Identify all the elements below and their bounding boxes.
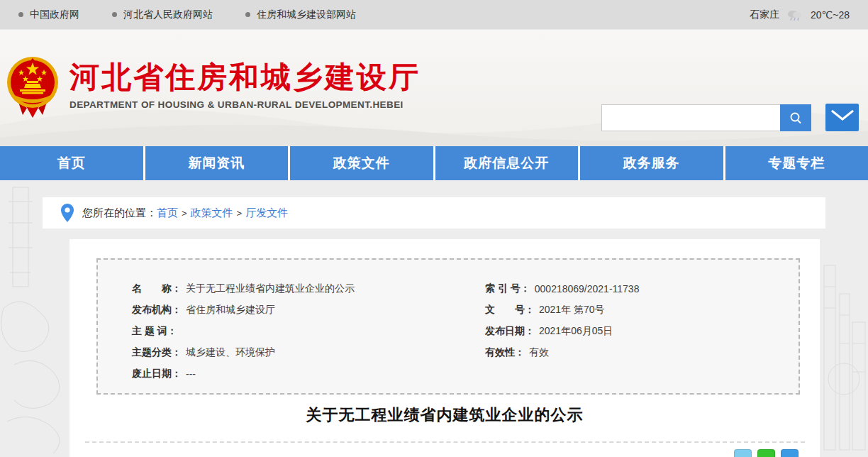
breadcrumb-home[interactable]: 首页 bbox=[157, 207, 178, 220]
national-emblem-icon bbox=[6, 53, 60, 121]
rain-cloud-icon bbox=[786, 9, 803, 21]
meta-label: 发布机构： bbox=[132, 304, 182, 316]
bullet-icon bbox=[112, 12, 117, 17]
top-utility-bar: 中国政府网 河北省人民政府网站 住房和城乡建设部网站 石家庄 20℃~28 bbox=[0, 0, 868, 30]
nav-policy-documents[interactable]: 政策文件 bbox=[290, 146, 433, 180]
document-card: 名 称： 关于无工程业绩省内建筑业企业的公示 发布机构： 省住房和城乡建设厅 主… bbox=[69, 239, 820, 457]
meta-label: 主题分类： bbox=[132, 346, 182, 359]
search-area bbox=[601, 104, 859, 131]
bullet-icon bbox=[18, 12, 23, 17]
meta-value: --- bbox=[186, 368, 196, 380]
nav-gov-info-disclosure[interactable]: 政府信息公开 bbox=[435, 146, 579, 180]
meta-label: 有效性： bbox=[485, 346, 525, 359]
brand: 河北省住房和城乡建设厅 DEPARTMENT OF HOUSING & URBA… bbox=[6, 53, 421, 121]
meta-row-subject-category: 主题分类： 城乡建设、环境保护 bbox=[132, 342, 485, 363]
search-input[interactable] bbox=[601, 104, 780, 131]
meta-label: 索 引 号： bbox=[485, 282, 530, 295]
nav-news[interactable]: 新闻资讯 bbox=[145, 146, 289, 180]
breadcrumb-separator: > bbox=[237, 208, 243, 219]
meta-value: 省住房和城乡建设厅 bbox=[186, 304, 275, 316]
meta-label: 废止日期： bbox=[132, 368, 182, 380]
divider bbox=[85, 441, 805, 443]
weather-temperature: 20℃~28 bbox=[811, 9, 850, 21]
bullet-icon bbox=[245, 12, 250, 17]
meta-label: 文 号： bbox=[485, 304, 535, 316]
topbar-links: 中国政府网 河北省人民政府网站 住房和城乡建设部网站 bbox=[18, 9, 356, 21]
breadcrumb-separator: > bbox=[182, 208, 187, 219]
meta-value: 2021年 第70号 bbox=[539, 304, 605, 316]
meta-column-left: 名 称： 关于无工程业绩省内建筑业企业的公示 发布机构： 省住房和城乡建设厅 主… bbox=[132, 278, 485, 393]
breadcrumb: 您所在的位置： 首页 > 政策文件 > 厅发文件 bbox=[43, 197, 825, 228]
meta-row-abolition-date: 废止日期： --- bbox=[132, 363, 485, 385]
page: 中国政府网 河北省人民政府网站 住房和城乡建设部网站 石家庄 20℃~28 bbox=[0, 0, 868, 457]
link-mohurd[interactable]: 住房和城乡建设部网站 bbox=[245, 9, 356, 21]
meta-value: 000218069/2021-11738 bbox=[535, 283, 640, 294]
wechat-share-icon[interactable] bbox=[757, 449, 775, 457]
meta-row-issuing-agency: 发布机构： 省住房和城乡建设厅 bbox=[132, 299, 485, 321]
link-china-gov[interactable]: 中国政府网 bbox=[18, 9, 79, 21]
meta-row-publish-date: 发布日期： 2021年06月05日 bbox=[485, 321, 783, 342]
search-icon bbox=[789, 111, 803, 125]
meta-value: 2021年06月05日 bbox=[539, 325, 613, 338]
meta-column-right: 索 引 号： 000218069/2021-11738 文 号： 2021年 第… bbox=[485, 278, 783, 393]
link-label: 住房和城乡建设部网站 bbox=[257, 9, 356, 21]
meta-label: 主 题 词： bbox=[132, 325, 177, 338]
content-area: 您所在的位置： 首页 > 政策文件 > 厅发文件 名 称： 关于无工程业绩省内建… bbox=[0, 180, 868, 457]
brand-text: 河北省住房和城乡建设厅 DEPARTMENT OF HOUSING & URBA… bbox=[69, 53, 421, 110]
meta-value: 关于无工程业绩省内建筑业企业的公示 bbox=[186, 282, 355, 295]
site-header: 河北省住房和城乡建设厅 DEPARTMENT OF HOUSING & URBA… bbox=[0, 30, 868, 146]
link-label: 河北省人民政府网站 bbox=[123, 9, 213, 21]
main-nav: 首页 新闻资讯 政策文件 政府信息公开 政务服务 专题专栏 bbox=[0, 146, 868, 180]
site-subtitle: DEPARTMENT OF HOUSING & URBAN-RURAL DEVE… bbox=[69, 99, 421, 110]
nav-special-topics[interactable]: 专题专栏 bbox=[725, 146, 868, 180]
meta-value: 城乡建设、环境保护 bbox=[186, 346, 275, 359]
link-hebei-gov[interactable]: 河北省人民政府网站 bbox=[112, 9, 213, 21]
meta-row-subject-words: 主 题 词： bbox=[132, 321, 485, 342]
qq-share-icon[interactable] bbox=[781, 449, 799, 457]
meta-label: 名 称： bbox=[132, 282, 182, 295]
tencent-weibo-share-icon[interactable] bbox=[734, 449, 752, 457]
meta-row-index-number: 索 引 号： 000218069/2021-11738 bbox=[485, 278, 783, 299]
meta-label: 发布日期： bbox=[485, 325, 535, 338]
breadcrumb-label: 您所在的位置： bbox=[82, 207, 157, 220]
link-label: 中国政府网 bbox=[30, 9, 79, 21]
meta-value: 有效 bbox=[529, 346, 549, 359]
breadcrumb-policy-documents[interactable]: 政策文件 bbox=[191, 207, 233, 220]
location-pin-icon bbox=[61, 204, 74, 222]
nav-home[interactable]: 首页 bbox=[0, 146, 143, 180]
meta-row-validity: 有效性： 有效 bbox=[485, 342, 783, 363]
site-title: 河北省住房和城乡建设厅 bbox=[69, 61, 421, 94]
city-watermark-icon bbox=[818, 237, 868, 457]
weather-widget: 石家庄 20℃~28 bbox=[750, 9, 850, 21]
share-bar bbox=[734, 449, 799, 457]
envelope-icon bbox=[830, 109, 855, 126]
nav-gov-services[interactable]: 政务服务 bbox=[580, 146, 723, 180]
weather-city: 石家庄 bbox=[750, 9, 779, 21]
document-title: 关于无工程业绩省内建筑业企业的公示 bbox=[69, 404, 820, 426]
meta-row-document-number: 文 号： 2021年 第70号 bbox=[485, 299, 783, 321]
meta-row-name: 名 称： 关于无工程业绩省内建筑业企业的公示 bbox=[132, 278, 485, 299]
search-button[interactable] bbox=[780, 104, 811, 131]
mail-button[interactable] bbox=[825, 104, 859, 131]
breadcrumb-department-documents[interactable]: 厅发文件 bbox=[245, 207, 288, 220]
document-meta-box: 名 称： 关于无工程业绩省内建筑业企业的公示 发布机构： 省住房和城乡建设厅 主… bbox=[96, 258, 800, 395]
